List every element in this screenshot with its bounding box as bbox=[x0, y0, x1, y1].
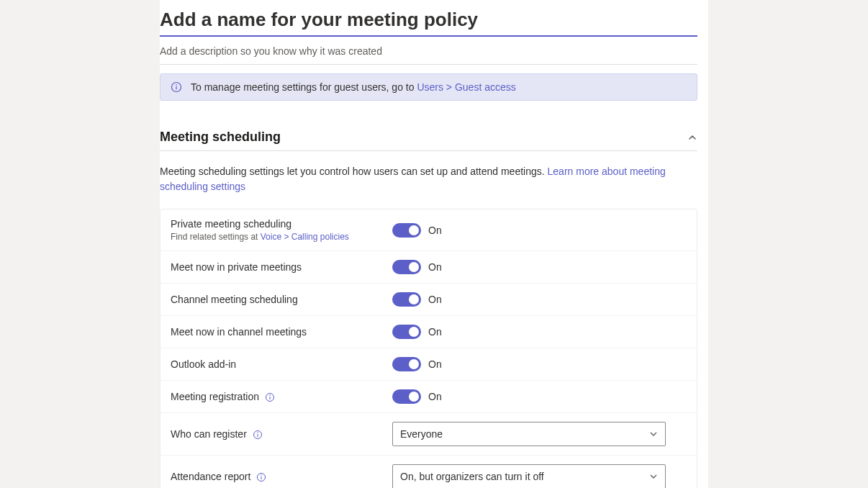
info-icon[interactable] bbox=[256, 472, 266, 482]
setting-row-meet-now-private: Meet now in private meetings On bbox=[161, 251, 697, 284]
setting-row-private-meeting: Private meeting scheduling Find related … bbox=[161, 209, 697, 251]
toggle-state: On bbox=[428, 358, 442, 370]
toggle-state: On bbox=[428, 326, 442, 338]
setting-row-outlook-addin: Outlook add-in On bbox=[161, 348, 697, 381]
info-icon[interactable] bbox=[253, 430, 263, 440]
setting-row-attendance-report: Attendance report On, but organizers can… bbox=[161, 456, 697, 488]
setting-row-who-can-register: Who can register Everyone bbox=[161, 413, 697, 456]
setting-sublabel: Find related settings at Voice > Calling… bbox=[171, 232, 392, 242]
svg-point-5 bbox=[269, 394, 270, 395]
setting-row-meeting-registration: Meeting registration On bbox=[161, 381, 697, 413]
meeting-registration-toggle[interactable] bbox=[392, 389, 421, 404]
section-description: Meeting scheduling settings let you cont… bbox=[160, 164, 697, 194]
toggle-state: On bbox=[428, 261, 442, 273]
outlook-addin-toggle[interactable] bbox=[392, 357, 421, 371]
private-meeting-toggle[interactable] bbox=[392, 223, 421, 238]
setting-label: Meet now in private meetings bbox=[171, 261, 392, 273]
setting-label: Meet now in channel meetings bbox=[171, 326, 392, 338]
toggle-state: On bbox=[428, 225, 442, 236]
svg-point-2 bbox=[176, 84, 177, 86]
attendance-report-dropdown[interactable]: On, but organizers can turn it off bbox=[392, 464, 666, 488]
setting-label: Private meeting scheduling bbox=[171, 218, 392, 230]
guest-access-banner: To manage meeting settings for guest use… bbox=[160, 73, 697, 101]
banner-text-prefix: To manage meeting settings for guest use… bbox=[191, 81, 417, 93]
chevron-down-icon bbox=[649, 472, 658, 481]
section-title: Meeting scheduling bbox=[160, 130, 281, 145]
policy-description-input[interactable] bbox=[160, 37, 697, 65]
dropdown-value: Everyone bbox=[400, 428, 443, 440]
channel-scheduling-toggle[interactable] bbox=[392, 292, 421, 307]
svg-point-8 bbox=[257, 432, 258, 433]
policy-name-input[interactable] bbox=[160, 6, 697, 37]
svg-point-11 bbox=[261, 474, 261, 475]
setting-label: Meeting registration bbox=[171, 391, 392, 402]
dropdown-value: On, but organizers can turn it off bbox=[400, 471, 544, 482]
toggle-state: On bbox=[428, 294, 442, 305]
info-icon bbox=[171, 81, 182, 93]
chevron-down-icon bbox=[649, 430, 658, 438]
calling-policies-link[interactable]: Voice > Calling policies bbox=[261, 232, 349, 242]
meet-now-private-toggle[interactable] bbox=[392, 260, 421, 274]
setting-label: Channel meeting scheduling bbox=[171, 294, 392, 305]
setting-label: Attendance report bbox=[171, 471, 392, 482]
guest-access-link[interactable]: Users > Guest access bbox=[417, 81, 515, 93]
toggle-state: On bbox=[428, 391, 442, 402]
banner-text: To manage meeting settings for guest use… bbox=[191, 81, 516, 93]
section-description-text: Meeting scheduling settings let you cont… bbox=[160, 166, 548, 177]
setting-label: Who can register bbox=[171, 428, 392, 440]
meeting-scheduling-settings: Private meeting scheduling Find related … bbox=[160, 209, 697, 488]
setting-row-meet-now-channel: Meet now in channel meetings On bbox=[161, 316, 697, 348]
meeting-scheduling-header[interactable]: Meeting scheduling bbox=[160, 130, 697, 151]
info-icon[interactable] bbox=[265, 392, 275, 402]
who-can-register-dropdown[interactable]: Everyone bbox=[392, 422, 666, 446]
setting-sublabel-prefix: Find related settings at bbox=[171, 232, 261, 242]
setting-row-channel-scheduling: Channel meeting scheduling On bbox=[161, 284, 697, 316]
chevron-up-icon[interactable] bbox=[687, 132, 697, 143]
meet-now-channel-toggle[interactable] bbox=[392, 325, 421, 339]
setting-label: Outlook add-in bbox=[171, 358, 392, 370]
